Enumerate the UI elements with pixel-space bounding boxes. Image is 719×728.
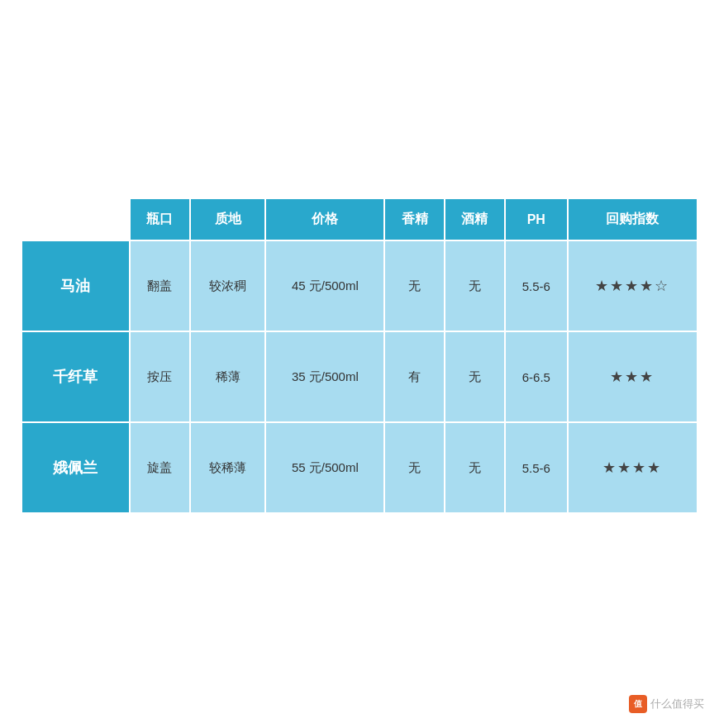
watermark-text: 什么值得买 — [650, 697, 704, 711]
stars-display: ★★★★ — [602, 459, 662, 476]
price-cell: 45 元/500ml — [265, 240, 384, 331]
ph-cell: 6-6.5 — [505, 331, 568, 422]
price-cell: 35 元/500ml — [265, 331, 384, 422]
header-fragrance: 香精 — [384, 198, 445, 240]
header-alcohol: 酒精 — [445, 198, 505, 240]
comparison-table: 瓶口 质地 价格 香精 酒精 PH 回购指数 马油翻盖较浓稠45 元/500ml… — [21, 197, 698, 514]
table-header-row: 瓶口 质地 价格 香精 酒精 PH 回购指数 — [21, 198, 698, 240]
product-name-cell: 娥佩兰 — [21, 422, 130, 513]
table-row: 马油翻盖较浓稠45 元/500ml无无5.5-6★★★★☆ — [21, 240, 698, 331]
fragrance-cell: 无 — [384, 240, 445, 331]
alcohol-cell: 无 — [445, 331, 505, 422]
texture-cell: 稀薄 — [190, 331, 266, 422]
table-row: 千纤草按压稀薄35 元/500ml有无6-6.5★★★ — [21, 331, 698, 422]
texture-cell: 较浓稠 — [190, 240, 266, 331]
texture-cell: 较稀薄 — [190, 422, 266, 513]
header-price: 价格 — [265, 198, 384, 240]
stars-display: ★★★ — [610, 369, 655, 385]
header-ph: PH — [505, 198, 568, 240]
ph-cell: 5.5-6 — [505, 240, 568, 331]
repurchase-cell: ★★★★ — [568, 422, 698, 513]
fragrance-cell: 无 — [384, 422, 445, 513]
header-repurchase: 回购指数 — [568, 198, 698, 240]
bottle-cell: 翻盖 — [130, 240, 190, 331]
header-bottle: 瓶口 — [130, 198, 190, 240]
repurchase-cell: ★★★ — [568, 331, 698, 422]
ph-cell: 5.5-6 — [505, 422, 568, 513]
alcohol-cell: 无 — [445, 422, 505, 513]
header-texture: 质地 — [190, 198, 266, 240]
price-cell: 55 元/500ml — [265, 422, 384, 513]
table-row: 娥佩兰旋盖较稀薄55 元/500ml无无5.5-6★★★★ — [21, 422, 698, 513]
alcohol-cell: 无 — [445, 240, 505, 331]
bottle-cell: 旋盖 — [130, 422, 190, 513]
watermark: 值 什么值得买 — [629, 695, 704, 713]
product-name-cell: 马油 — [21, 240, 130, 331]
repurchase-cell: ★★★★☆ — [568, 240, 698, 331]
header-empty — [21, 198, 130, 240]
bottle-cell: 按压 — [130, 331, 190, 422]
product-name-cell: 千纤草 — [21, 331, 130, 422]
stars-display: ★★★★☆ — [595, 278, 669, 294]
fragrance-cell: 有 — [384, 331, 445, 422]
watermark-logo: 值 — [629, 695, 647, 713]
